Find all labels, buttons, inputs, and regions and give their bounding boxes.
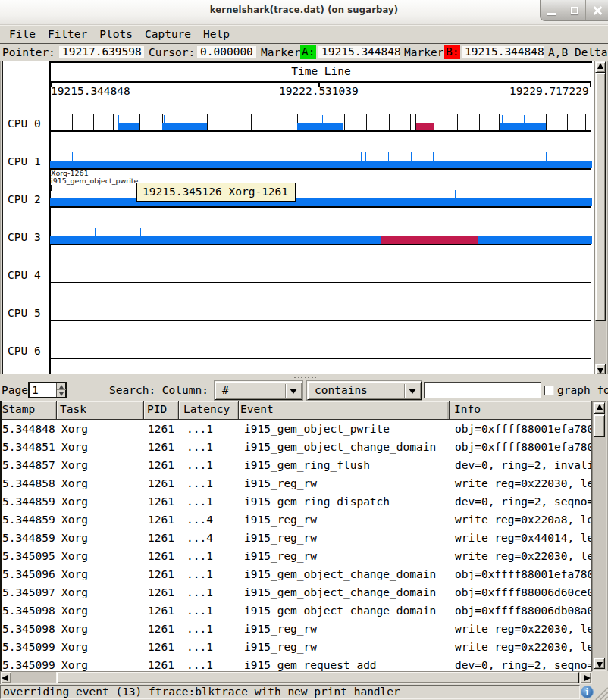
resize-grip[interactable] — [594, 686, 608, 700]
task-bar[interactable] — [50, 236, 381, 244]
table-cell: 1261 — [144, 583, 179, 602]
task-bar[interactable] — [500, 123, 546, 130]
table-hscrollbar[interactable] — [0, 671, 592, 684]
table-cell: 1261 — [144, 456, 179, 474]
table-row[interactable]: 19215.345098Xorg1261...1i915_gem_object_… — [0, 602, 592, 620]
task-bar[interactable] — [50, 161, 592, 168]
table-row[interactable]: 19215.344857Xorg1261...1i915_gem_ring_fl… — [0, 456, 592, 474]
table-row[interactable]: 19215.345096Xorg1261...1i915_gem_object_… — [0, 565, 592, 583]
column-header-info[interactable]: Info — [450, 401, 592, 420]
table-hscroll-thumb[interactable] — [56, 672, 579, 683]
info-icon[interactable]: i — [581, 686, 594, 698]
timeline-graph[interactable]: Time Line 19215.344848 19222.531039 1922… — [2, 61, 594, 374]
column-header-pid[interactable]: PID — [144, 401, 179, 420]
table-row[interactable]: 19215.344848Xorg1261...1i915_gem_object_… — [0, 420, 592, 438]
table-scroll-right-button[interactable] — [580, 672, 591, 683]
table-cell: 1261 — [144, 565, 179, 583]
menu-item-filter[interactable]: Filter — [42, 26, 93, 42]
event-tick — [411, 152, 412, 161]
event-tick — [344, 114, 345, 130]
table-cell: ...1 — [179, 656, 239, 671]
axis-tick — [590, 83, 591, 87]
pane-divider[interactable] — [0, 374, 608, 380]
column-header-event[interactable]: Event — [239, 401, 450, 420]
table-cell: Xorg — [57, 638, 144, 656]
page-value: 1 — [32, 383, 39, 397]
page-spin-buttons — [56, 383, 65, 397]
menu-item-plots[interactable]: Plots — [93, 26, 139, 42]
event-tick — [139, 114, 140, 130]
table-cell: i915_gem_object_change_domain — [239, 602, 450, 620]
table-row[interactable]: 19215.345098Xorg1261...1i915_reg_rwwrite… — [0, 620, 592, 638]
minimize-button[interactable] — [541, 0, 563, 20]
event-tick — [164, 115, 165, 123]
table-row[interactable]: 19215.345095Xorg1261...1i915_reg_rwwrite… — [0, 547, 592, 565]
up-arrow-icon — [597, 63, 603, 69]
table-row[interactable]: 19215.345097Xorg1261...1i915_gem_object_… — [0, 583, 592, 602]
table-scroll-down-button[interactable] — [594, 658, 605, 669]
task-bar[interactable] — [416, 123, 434, 130]
graph-scroll-down-button[interactable] — [595, 364, 606, 375]
marker-a-value: 19215.344848 — [318, 46, 400, 58]
table-cell: ...1 — [179, 492, 239, 511]
up-arrow-icon — [59, 385, 64, 389]
close-button[interactable] — [586, 0, 608, 20]
table-header: Time StampTaskPIDLatencyEventInfo — [0, 401, 592, 420]
table-row[interactable]: 19215.345099Xorg1261...1i915_reg_rwwrite… — [0, 638, 592, 656]
pointer-label: Pointer: — [2, 44, 55, 61]
table-scroll-thumb[interactable] — [594, 414, 605, 437]
table-row[interactable]: 19215.344858Xorg1261...1i915_reg_rwwrite… — [0, 474, 592, 492]
menu-item-help[interactable]: Help — [197, 26, 236, 42]
match-select[interactable]: contains — [307, 381, 422, 400]
table-row[interactable]: 19215.345099Xorg1261...1i915_gem_request… — [0, 656, 592, 671]
table-cell: i915_reg_rw — [239, 620, 450, 638]
table-cell: 19215.344848 — [0, 420, 57, 438]
titlebar[interactable]: kernelshark(trace.dat) (on sugarbay) — [0, 0, 608, 25]
table-cell: obj=0xffff88006d60ce0 — [450, 583, 592, 602]
cpu-label-2: CPU 2 — [8, 193, 41, 205]
table-cell: obj=0xffff88001efa780 — [450, 438, 592, 456]
table-row[interactable]: 19215.344859Xorg1261...4i915_reg_rwwrite… — [0, 511, 592, 529]
table-cell: write reg=0x22030, len — [450, 638, 592, 656]
event-tick — [251, 114, 252, 130]
table-cell: ...1 — [179, 638, 239, 656]
table-scroll-up-button[interactable] — [594, 402, 605, 414]
event-tick — [546, 152, 547, 161]
page-spinbox[interactable]: 1 — [28, 382, 67, 398]
menu-item-file[interactable]: File — [3, 26, 42, 42]
timestamp-middle: 19222.531039 — [279, 85, 359, 98]
column-header-time-stamp[interactable]: Time Stamp — [0, 401, 57, 420]
page-spin-up-button[interactable] — [57, 383, 66, 390]
column-select[interactable]: # — [215, 381, 302, 400]
column-header-task[interactable]: Task — [57, 401, 144, 420]
graph-scroll-thumb[interactable] — [595, 73, 606, 321]
task-bar[interactable] — [297, 123, 343, 130]
table-vscrollbar[interactable] — [592, 401, 606, 671]
task-bar[interactable] — [118, 123, 139, 130]
table-row[interactable]: 19215.344851Xorg1261...1i915_gem_object_… — [0, 438, 592, 456]
ab-delta-label: A,B Delta: — [548, 44, 608, 61]
task-bar[interactable] — [162, 123, 207, 130]
cpu-baseline — [50, 130, 591, 132]
task-bar[interactable] — [478, 236, 592, 244]
column-header-latency[interactable]: Latency — [179, 401, 239, 420]
graph-scroll-up-button[interactable] — [595, 61, 606, 73]
marker-b-badge: B: — [444, 45, 460, 59]
maximize-button[interactable] — [563, 0, 586, 20]
plot-top-border — [50, 61, 592, 63]
task-bar[interactable] — [381, 236, 478, 244]
table-row[interactable]: 19215.344859Xorg1261...1i915_gem_ring_di… — [0, 492, 592, 511]
event-tick — [434, 114, 434, 130]
page-spin-down-button[interactable] — [57, 390, 66, 397]
table-scroll-left-button[interactable] — [1, 672, 11, 683]
table-row[interactable]: 19215.344859Xorg1261...4i915_reg_rwwrite… — [0, 529, 592, 547]
table-cell: Xorg — [57, 529, 144, 547]
graph-vscrollbar[interactable] — [594, 61, 606, 376]
task-bar[interactable] — [50, 198, 592, 206]
table-cell: ...4 — [179, 529, 239, 547]
menu-item-capture[interactable]: Capture — [139, 26, 197, 42]
search-input[interactable] — [424, 382, 541, 398]
graph-follows-checkbox[interactable] — [544, 386, 554, 395]
cpu-label-3: CPU 3 — [8, 231, 41, 243]
pointer-value: 19217.639598 — [59, 46, 144, 58]
